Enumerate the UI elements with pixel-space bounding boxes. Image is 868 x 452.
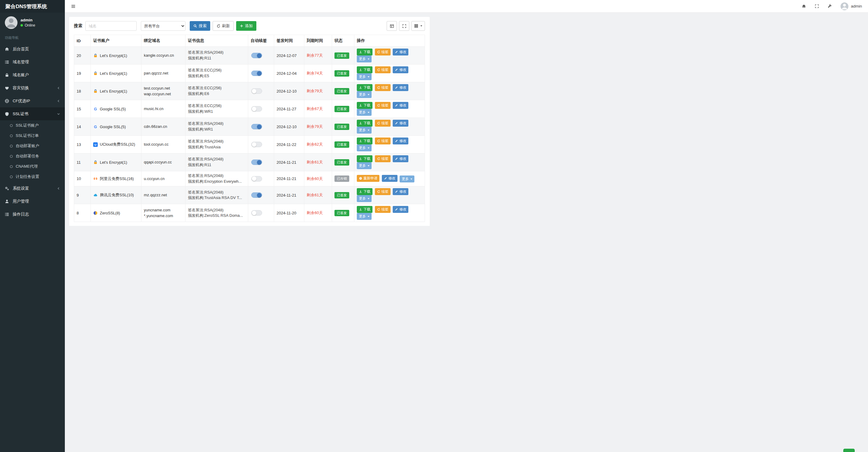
add-button[interactable]: 添加 — [236, 21, 256, 31]
download-button[interactable]: 下载 — [357, 49, 372, 56]
status-badge: 已签发 — [335, 210, 349, 216]
download-button[interactable]: 下载 — [357, 120, 372, 127]
sidebar-item-users[interactable]: 用户管理 — [0, 195, 65, 208]
auto-renew-toggle[interactable] — [251, 160, 262, 165]
sidebar-item-failover[interactable]: 容灾切换 — [0, 82, 65, 94]
topbar: admin — [65, 0, 434, 13]
auto-renew-toggle[interactable] — [251, 124, 262, 129]
account-link[interactable]: Google SSL(5) — [100, 107, 126, 111]
sidebar-item-cf-ip[interactable]: CF优选IP — [0, 94, 65, 107]
auto-renew-toggle[interactable] — [251, 53, 262, 58]
edit-button[interactable]: 修改 — [393, 137, 408, 144]
download-button[interactable]: 下载 — [357, 102, 372, 109]
cert-id-cell: 8 — [74, 204, 91, 222]
refresh-button[interactable]: 刷新 — [213, 21, 234, 31]
expire-cell: 剩余61天 — [304, 154, 332, 171]
renew-button[interactable]: 续签 — [375, 188, 391, 195]
renew-button[interactable]: 续签 — [375, 120, 391, 127]
sidebar-subitem-ssl-accounts[interactable]: SSL证书账户 — [0, 120, 65, 131]
auto-renew-toggle[interactable] — [251, 176, 262, 182]
more-button[interactable]: 更多 — [357, 213, 372, 220]
edit-button[interactable]: 修改 — [393, 66, 408, 73]
sidebar-subitem-cname-proxy[interactable]: CNAME代理 — [0, 161, 65, 171]
bound-domain: music.hi.cn — [144, 106, 183, 112]
actions-cell: 下载 续签 修改 更多 — [354, 65, 425, 82]
table-fullscreen-button[interactable] — [399, 21, 409, 31]
sidebar-item-domain-accounts[interactable]: 域名账户 — [0, 68, 65, 82]
more-button[interactable]: 更多 — [357, 144, 372, 151]
sidebar-item-dashboard[interactable]: 后台首页 — [0, 42, 65, 56]
sidebar-subitem-ssl-orders[interactable]: SSL证书订单 — [0, 131, 65, 141]
edit-button[interactable]: 修改 — [393, 49, 408, 56]
edit-button[interactable]: 修改 — [393, 155, 408, 162]
account-link[interactable]: Let's Encrypt(1) — [100, 89, 127, 94]
edit-button[interactable]: 修改 — [393, 206, 408, 213]
status-badge: 已吊销 — [335, 175, 349, 182]
issue-date-cell: 2024-11-27 — [274, 100, 304, 118]
card-view-button[interactable] — [386, 21, 397, 31]
actions-default: 下载 续签 修改 更多 — [357, 121, 409, 132]
renew-button[interactable]: 续签 — [375, 137, 391, 144]
more-button[interactable]: 更多 — [357, 195, 372, 202]
download-button[interactable]: 下载 — [357, 155, 372, 162]
columns-button[interactable] — [411, 21, 425, 31]
actions-default: 下载 续签 修改 更多 — [357, 86, 409, 96]
edit-button[interactable]: 修改 — [382, 175, 398, 182]
sidebar-item-settings[interactable]: 系统设置 — [0, 182, 65, 195]
auto-renew-toggle[interactable] — [251, 88, 262, 94]
more-button[interactable]: 更多 — [357, 127, 372, 134]
download-button[interactable]: 下载 — [357, 66, 372, 73]
search-input[interactable] — [85, 21, 136, 31]
toggle-knob — [257, 71, 261, 76]
account-link[interactable]: Google SSL(5) — [100, 125, 126, 129]
renew-button[interactable]: 续签 — [375, 155, 391, 162]
renew-button[interactable]: 续签 — [375, 66, 391, 73]
account-link[interactable]: 腾讯云免费SSL(10) — [100, 192, 134, 198]
sidebar-item-ssl[interactable]: SSL证书 — [0, 107, 65, 120]
renew-button[interactable]: 续签 — [375, 49, 391, 56]
download-button[interactable]: 下载 — [357, 84, 372, 91]
account-link[interactable]: ZeroSSL(8) — [100, 211, 120, 215]
account-link[interactable]: 阿里云免费SSL(16) — [100, 176, 134, 182]
bound-domain: pan.qqzzz.net — [144, 70, 183, 76]
sidebar-toggle-icon[interactable] — [70, 3, 77, 10]
more-button[interactable]: 更多 — [400, 175, 414, 183]
search-button[interactable]: 搜索 — [190, 21, 210, 31]
sidebar-subitem-deploy-tasks[interactable]: 自动部署任务 — [0, 151, 65, 161]
expire-cell: 剩余60天 — [304, 204, 332, 222]
renew-button[interactable]: 续签 — [375, 206, 391, 213]
reapply-button[interactable]: 重新申请 — [357, 175, 379, 182]
auto-renew-toggle[interactable] — [251, 210, 262, 216]
app-logo[interactable]: 聚合DNS管理系统 — [0, 0, 65, 13]
auto-renew-toggle[interactable] — [251, 142, 262, 147]
account-link[interactable]: Let's Encrypt(1) — [100, 71, 127, 76]
download-button[interactable]: 下载 — [357, 137, 372, 144]
more-button[interactable]: 更多 — [357, 91, 372, 98]
platform-select[interactable]: 所有平台 — [141, 21, 185, 31]
actions-default: 下载 续签 修改 更多 — [357, 190, 409, 200]
edit-button[interactable]: 修改 — [393, 84, 408, 91]
renew-button[interactable]: 续签 — [375, 84, 391, 91]
more-button[interactable]: 更多 — [357, 109, 372, 116]
sidebar-subitem-cron-settings[interactable]: 计划任务设置 — [0, 171, 65, 182]
sidebar-item-domains[interactable]: 域名管理 — [0, 56, 65, 68]
renew-button[interactable]: 续签 — [375, 102, 391, 109]
download-button[interactable]: 下载 — [357, 206, 372, 213]
auto-renew-toggle[interactable] — [251, 192, 262, 198]
account-link[interactable]: Let's Encrypt(1) — [100, 160, 127, 165]
download-button[interactable]: 下载 — [357, 188, 372, 195]
auto-renew-toggle[interactable] — [251, 106, 262, 111]
edit-button[interactable]: 修改 — [393, 188, 408, 195]
account-link[interactable]: Let's Encrypt(1) — [100, 53, 127, 58]
sidebar-subitem-deploy-accounts[interactable]: 自动部署账户 — [0, 141, 65, 151]
account-link[interactable]: UCloud免费SSL(32) — [100, 142, 135, 147]
sidebar-item-logs[interactable]: 操作日志 — [0, 208, 65, 221]
more-button[interactable]: 更多 — [357, 73, 372, 80]
edit-button[interactable]: 修改 — [393, 102, 408, 109]
status-badge: 已签发 — [335, 141, 349, 148]
auto-renew-toggle[interactable] — [251, 70, 262, 76]
more-button[interactable]: 更多 — [357, 56, 372, 62]
issue-date-cell: 2024-11-22 — [274, 136, 304, 154]
edit-button[interactable]: 修改 — [393, 120, 408, 127]
more-button[interactable]: 更多 — [357, 162, 372, 169]
